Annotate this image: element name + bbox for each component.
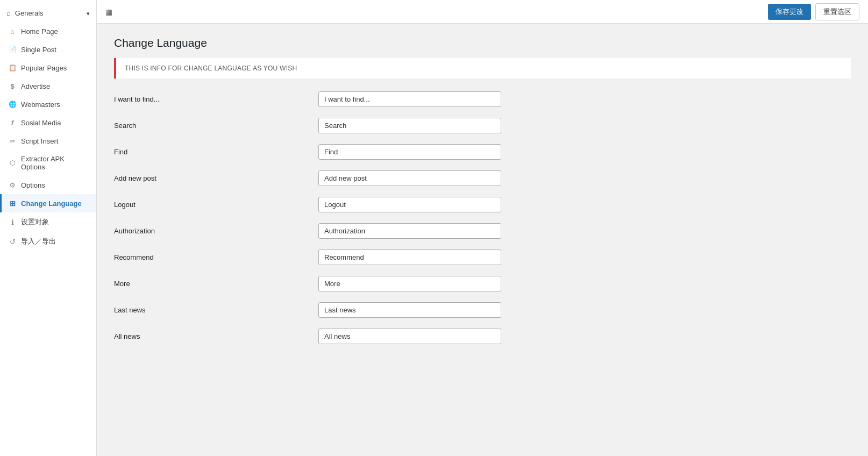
- home-icon: [8, 27, 17, 35]
- table-icon: [105, 6, 112, 17]
- fields-container: I want to find...SearchFindAdd new postL…: [114, 91, 851, 344]
- input-logout[interactable]: [318, 197, 501, 212]
- form-row-find: Find: [114, 144, 851, 160]
- input-more[interactable]: [318, 276, 501, 291]
- input-i-want-to-find[interactable]: [318, 91, 501, 107]
- sidebar: Generals Home Page Single Post Popular P…: [0, 0, 97, 456]
- script-icon: [8, 137, 17, 145]
- sidebar-item-label: Extractor APK Options: [21, 155, 90, 171]
- sidebar-item-single-post[interactable]: Single Post: [0, 40, 96, 59]
- sidebar-item-label: Options: [21, 181, 45, 189]
- sidebar-item-label: Script Insert: [21, 137, 58, 145]
- label-all-news: All news: [114, 332, 318, 340]
- sidebar-item-label: Advertise: [21, 82, 50, 90]
- sidebar-item-settings-object[interactable]: 设置对象: [0, 212, 96, 232]
- sidebar-item-popular-pages[interactable]: Popular Pages: [0, 59, 96, 77]
- sidebar-item-home-page[interactable]: Home Page: [0, 22, 96, 40]
- sidebar-item-webmasters[interactable]: Webmasters: [0, 95, 96, 113]
- save-button[interactable]: 保存更改: [768, 4, 811, 20]
- sidebar-item-options[interactable]: Options: [0, 176, 96, 194]
- pages-icon: [8, 63, 17, 72]
- top-bar-right: 保存更改 重置选区: [768, 3, 859, 20]
- reset-button[interactable]: 重置选区: [815, 3, 859, 20]
- sidebar-item-label: Sosial Media: [21, 119, 61, 127]
- form-row-authorization: Authorization: [114, 223, 851, 239]
- post-icon: [8, 45, 17, 54]
- form-row-recommend: Recommend: [114, 250, 851, 265]
- info-text: THIS IS INFO FOR CHANGE LANGUAGE AS YOU …: [125, 65, 297, 72]
- home-icon: [6, 9, 11, 17]
- form-row-all-news: All news: [114, 329, 851, 344]
- sidebar-item-label: 设置对象: [21, 217, 49, 227]
- sidebar-item-label: Change Language: [21, 200, 82, 208]
- sidebar-item-advertise[interactable]: Advertise: [0, 77, 96, 95]
- sidebar-item-script-insert[interactable]: Script Insert: [0, 132, 96, 150]
- sidebar-item-generals[interactable]: Generals: [0, 4, 96, 22]
- info-box: THIS IS INFO FOR CHANGE LANGUAGE AS YOU …: [114, 58, 851, 79]
- label-i-want-to-find: I want to find...: [114, 95, 318, 103]
- import-icon: [8, 237, 17, 246]
- obj-icon: [8, 218, 17, 226]
- options-icon: [8, 181, 17, 189]
- form-row-logout: Logout: [114, 197, 851, 212]
- form-row-last-news: Last news: [114, 302, 851, 318]
- sidebar-item-label: 导入／导出: [21, 237, 56, 246]
- page-title: Change Language: [114, 37, 851, 49]
- social-icon: [8, 118, 17, 127]
- label-add-new-post: Add new post: [114, 174, 318, 182]
- form-row-add-new-post: Add new post: [114, 170, 851, 186]
- extractor-icon: [8, 159, 17, 167]
- label-recommend: Recommend: [114, 253, 318, 261]
- dollar-icon: [8, 82, 17, 90]
- form-row-search: Search: [114, 118, 851, 133]
- content-area: Change Language THIS IS INFO FOR CHANGE …: [97, 24, 868, 456]
- sidebar-item-label: Home Page: [21, 27, 58, 35]
- form-row-more: More: [114, 276, 851, 291]
- main-area: 保存更改 重置选区 Change Language THIS IS INFO F…: [97, 0, 868, 456]
- sidebar-item-label: Single Post: [21, 46, 56, 54]
- input-last-news[interactable]: [318, 302, 501, 318]
- input-add-new-post[interactable]: [318, 170, 501, 186]
- label-last-news: Last news: [114, 306, 318, 314]
- sidebar-item-label: Generals: [15, 9, 44, 17]
- label-search: Search: [114, 122, 318, 130]
- input-all-news[interactable]: [318, 329, 501, 344]
- input-search[interactable]: [318, 118, 501, 133]
- sidebar-item-change-language[interactable]: Change Language: [0, 194, 96, 212]
- lang-icon: [8, 199, 17, 208]
- form-row-i-want-to-find: I want to find...: [114, 91, 851, 107]
- chevron-down-icon: [87, 9, 90, 17]
- top-bar-left: [105, 6, 112, 17]
- top-bar: 保存更改 重置选区: [97, 0, 868, 24]
- sidebar-item-sosial-media[interactable]: Sosial Media: [0, 113, 96, 132]
- web-icon: [8, 100, 17, 109]
- sidebar-item-extractor-apk[interactable]: Extractor APK Options: [0, 150, 96, 176]
- sidebar-item-import-export[interactable]: 导入／导出: [0, 232, 96, 251]
- sidebar-item-label: Webmasters: [21, 101, 60, 109]
- input-find[interactable]: [318, 144, 501, 160]
- sidebar-item-label: Popular Pages: [21, 64, 67, 72]
- input-authorization[interactable]: [318, 223, 501, 239]
- input-recommend[interactable]: [318, 250, 501, 265]
- label-authorization: Authorization: [114, 227, 318, 235]
- label-logout: Logout: [114, 201, 318, 209]
- label-find: Find: [114, 148, 318, 156]
- label-more: More: [114, 280, 318, 288]
